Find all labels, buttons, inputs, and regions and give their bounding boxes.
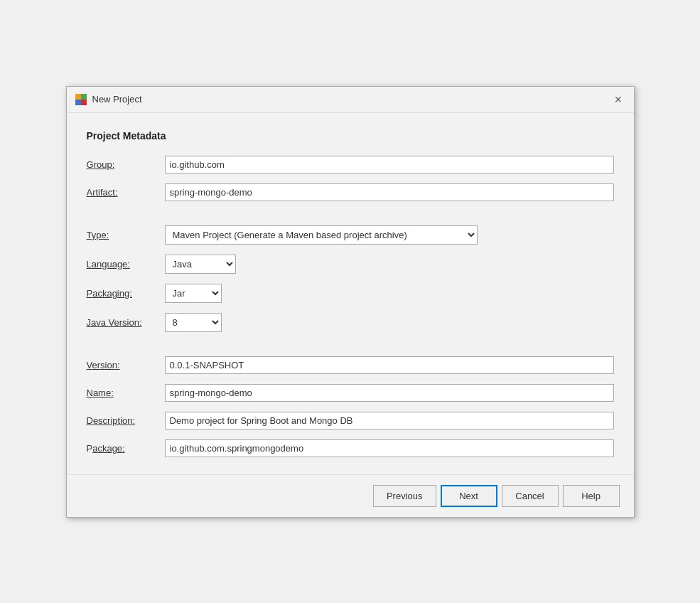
description-label-text: escription: bbox=[93, 415, 135, 426]
language-row: Java Kotlin Groovy bbox=[165, 255, 614, 274]
packaging-label-underline: P bbox=[87, 288, 93, 299]
group-label-underline: G bbox=[87, 159, 94, 170]
artifact-label: Artifact: bbox=[87, 187, 165, 198]
next-button[interactable]: Next bbox=[441, 485, 497, 507]
artifact-input[interactable] bbox=[165, 183, 614, 201]
packaging-label-text: ackaging: bbox=[92, 288, 132, 299]
description-input[interactable] bbox=[165, 412, 614, 429]
language-label-text: anguage: bbox=[92, 259, 130, 270]
java-version-select[interactable]: 8 11 17 bbox=[165, 313, 222, 332]
form-grid: Group: Artifact: Type: Maven Project (Ge… bbox=[87, 156, 614, 457]
artifact-label-text: rtifact: bbox=[92, 187, 117, 198]
java-version-label-text: ava Version: bbox=[91, 317, 142, 328]
package-label: Package: bbox=[87, 443, 165, 454]
type-label: Type: bbox=[87, 230, 165, 240]
version-label-text: ersion: bbox=[92, 360, 119, 370]
spacer-2 bbox=[165, 211, 614, 215]
language-label-underline: L bbox=[87, 259, 92, 270]
packaging-select[interactable]: Jar War bbox=[165, 284, 222, 303]
svg-rect-2 bbox=[75, 100, 81, 105]
section-title: Project Metadata bbox=[87, 130, 614, 142]
java-version-label: Java Version: bbox=[87, 317, 165, 328]
group-label: Group: bbox=[87, 159, 165, 170]
spacer-3 bbox=[87, 342, 165, 346]
description-label-underline: D bbox=[87, 415, 93, 426]
java-version-row: 8 11 17 bbox=[165, 313, 614, 332]
help-button[interactable]: Help bbox=[563, 485, 620, 507]
new-project-dialog: New Project ✕ Project Metadata Group: Ar… bbox=[66, 86, 635, 518]
dialog-footer: Previous Next Cancel Help bbox=[67, 474, 634, 517]
name-input[interactable] bbox=[165, 384, 614, 402]
type-label-text: ype: bbox=[92, 230, 109, 240]
name-label: Name: bbox=[87, 388, 165, 398]
title-bar: New Project ✕ bbox=[67, 87, 634, 113]
name-label-underline: N bbox=[87, 388, 93, 398]
artifact-label-underline: A bbox=[87, 187, 93, 198]
name-label-text: ame: bbox=[93, 388, 114, 398]
svg-rect-0 bbox=[75, 94, 81, 100]
dialog-content: Project Metadata Group: Artifact: Type: … bbox=[67, 113, 634, 474]
language-select[interactable]: Java Kotlin Groovy bbox=[165, 255, 236, 274]
svg-rect-3 bbox=[81, 100, 87, 105]
packaging-label: Packaging: bbox=[87, 288, 165, 299]
group-input[interactable] bbox=[165, 156, 614, 174]
title-bar-left: New Project bbox=[75, 94, 142, 105]
group-label-text: roup: bbox=[94, 159, 115, 170]
spacer-4 bbox=[165, 342, 614, 346]
version-input[interactable] bbox=[165, 356, 614, 374]
packaging-row: Jar War bbox=[165, 284, 614, 303]
spacer-1 bbox=[87, 211, 165, 215]
language-label: Language: bbox=[87, 259, 165, 270]
description-label: Description: bbox=[87, 415, 165, 426]
svg-rect-1 bbox=[81, 94, 87, 100]
version-label: Version: bbox=[87, 360, 165, 370]
close-button[interactable]: ✕ bbox=[611, 92, 625, 107]
cancel-button[interactable]: Cancel bbox=[502, 485, 559, 507]
previous-button[interactable]: Previous bbox=[373, 485, 436, 507]
type-select[interactable]: Maven Project (Generate a Maven based pr… bbox=[165, 225, 478, 245]
package-input[interactable] bbox=[165, 439, 614, 457]
type-label-underline: T bbox=[87, 230, 92, 240]
app-icon bbox=[75, 94, 87, 105]
dialog-title: New Project bbox=[92, 94, 142, 105]
package-label-text: ckage: bbox=[97, 443, 124, 454]
